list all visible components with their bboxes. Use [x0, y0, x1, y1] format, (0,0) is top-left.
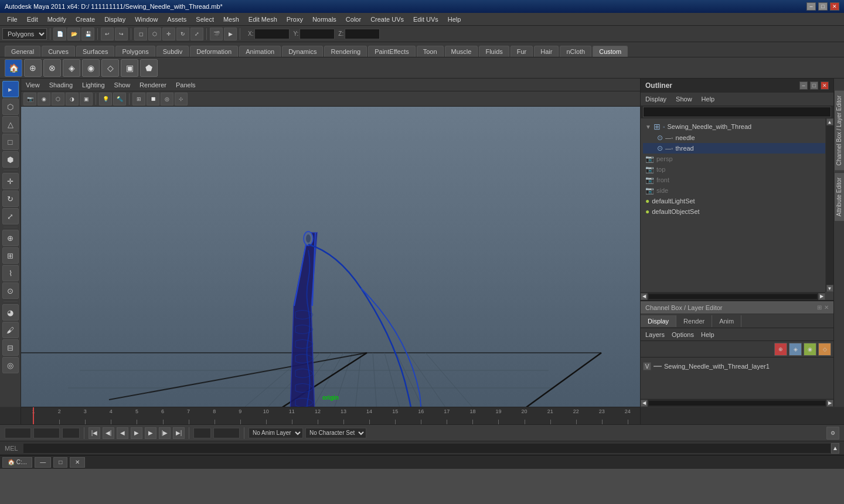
lighting-menu[interactable]: Lighting: [82, 81, 105, 88]
tree-item-objectset[interactable]: ● defaultObjectSet: [643, 206, 831, 217]
outliner-display-menu[interactable]: Display: [645, 96, 666, 103]
cb-options-menu[interactable]: Options: [672, 331, 694, 338]
menubar-item-help[interactable]: Help: [443, 15, 466, 24]
cb-icon-1[interactable]: ⊕: [774, 343, 787, 356]
shelf-tab-fur[interactable]: Fur: [511, 46, 533, 57]
max-frame-field[interactable]: 48.00: [213, 428, 240, 438]
prev-key-btn[interactable]: ◀|: [103, 427, 114, 439]
taskbar-min-btn[interactable]: —: [35, 457, 51, 468]
select-tool[interactable]: ◻: [134, 28, 147, 40]
uvmode-button[interactable]: ⬢: [2, 151, 19, 168]
menubar-item-window[interactable]: Window: [130, 15, 162, 24]
layer-visibility[interactable]: V: [643, 362, 651, 370]
cb-icon-2[interactable]: ◈: [789, 343, 802, 356]
minimize-button[interactable]: –: [806, 2, 816, 11]
ipr-render-button[interactable]: ▶: [224, 28, 237, 40]
shelf-tab-custom[interactable]: Custom: [593, 46, 628, 57]
range-end-field[interactable]: 24: [193, 428, 211, 438]
vp-smooth-btn[interactable]: ◑: [66, 93, 79, 105]
current-frame-field[interactable]: 1.00: [5, 428, 31, 438]
tree-item-root[interactable]: ▼ ⊞ ◦ Sewing_Needle_with_Thread: [643, 121, 831, 132]
shelf-tab-painteffects[interactable]: PaintEffects: [368, 46, 416, 57]
outliner-vscroll[interactable]: ▲ ▼: [825, 118, 833, 292]
shelf-tool-5[interactable]: ◇: [101, 59, 119, 77]
shading-menu[interactable]: Shading: [49, 81, 73, 88]
vertex-mode-button[interactable]: ⬡: [2, 98, 19, 115]
shelf-tab-curves[interactable]: Curves: [42, 46, 75, 57]
menubar-item-edit[interactable]: Edit: [22, 15, 43, 24]
menubar-item-edit-mesh[interactable]: Edit Mesh: [244, 15, 282, 24]
move-tool[interactable]: ✛: [162, 28, 175, 40]
cb-scroll-right[interactable]: ▶: [826, 400, 833, 407]
playhead[interactable]: [33, 407, 34, 424]
tree-item-lightset[interactable]: ● defaultLightSet: [643, 196, 831, 206]
render-view-button[interactable]: 🎬: [210, 28, 223, 40]
shelf-tab-subdiv[interactable]: Subdiv: [156, 46, 189, 57]
anim-layer-select[interactable]: No Anim Layer: [249, 428, 303, 438]
cb-close-btn[interactable]: ✕: [824, 304, 829, 311]
select-mode-button[interactable]: ▸: [2, 81, 19, 97]
menubar-item-mesh[interactable]: Mesh: [219, 15, 244, 24]
attribute-editor-tab[interactable]: Attribute Editor: [834, 172, 845, 222]
mel-input[interactable]: [23, 443, 831, 454]
taskbar-home-btn[interactable]: 🏠 C:...: [2, 457, 32, 468]
layer-name[interactable]: Sewing_Needle_with_Thread_layer1: [664, 363, 770, 370]
cb-icon-4[interactable]: ◇: [818, 343, 831, 356]
shelf-tab-hair[interactable]: Hair: [534, 46, 559, 57]
rotate-tool-left[interactable]: ↻: [2, 190, 19, 207]
shelf-tool-4[interactable]: ◉: [82, 59, 100, 77]
redo-button[interactable]: ↪: [115, 28, 128, 40]
camera-fit-button[interactable]: ⊟: [2, 339, 19, 356]
shelf-tab-animation[interactable]: Animation: [239, 46, 281, 57]
outliner-help-menu[interactable]: Help: [702, 96, 715, 103]
shelf-tab-surfaces[interactable]: Surfaces: [76, 46, 114, 57]
cb-tab-display[interactable]: Display: [641, 315, 676, 327]
menubar-item-edit-uvs[interactable]: Edit UVs: [409, 15, 443, 24]
vp-wireframe-btn[interactable]: ⬡: [52, 93, 64, 105]
snap-curve-button[interactable]: ⌇: [2, 265, 19, 281]
move-tool-left[interactable]: ✛: [2, 173, 19, 189]
timeline[interactable]: 123456789101112131415161718192021222324: [21, 407, 640, 424]
close-button[interactable]: ✕: [830, 2, 839, 11]
show-manip-button[interactable]: ⊕: [2, 230, 19, 246]
scroll-left-btn[interactable]: ◀: [641, 293, 648, 300]
mode-select[interactable]: Polygons: [2, 28, 47, 40]
tree-item-top[interactable]: 📷 top: [643, 164, 831, 175]
menubar-item-proxy[interactable]: Proxy: [282, 15, 308, 24]
save-file-button[interactable]: 💾: [81, 28, 94, 40]
scroll-right-btn[interactable]: ▶: [818, 293, 825, 300]
cb-float-btn[interactable]: ⊞: [817, 304, 822, 311]
next-key-btn[interactable]: |▶: [159, 427, 171, 439]
taskbar-restore-btn[interactable]: □: [53, 457, 67, 468]
vp-display-btn[interactable]: ◉: [38, 93, 50, 105]
shelf-tool-2[interactable]: ⊗: [43, 59, 61, 77]
show-menu[interactable]: Show: [114, 81, 131, 88]
shelf-home-icon[interactable]: 🏠: [5, 59, 22, 77]
paint-weights-button[interactable]: 🖌: [2, 322, 19, 338]
menubar-item-create-uvs[interactable]: Create UVs: [366, 15, 409, 24]
vp-light-btn[interactable]: 💡: [99, 93, 112, 105]
tree-item-thread[interactable]: ⊙ —◦ thread: [643, 143, 831, 154]
menubar-item-normals[interactable]: Normals: [308, 15, 341, 24]
menubar-item-create[interactable]: Create: [71, 15, 100, 24]
playback-settings-btn[interactable]: ⚙: [826, 427, 839, 440]
rotate-tool[interactable]: ↻: [176, 28, 189, 40]
mel-scroll-btn[interactable]: ▲: [831, 443, 839, 454]
vp-shadow-btn[interactable]: 🔦: [113, 93, 126, 105]
tree-item-front[interactable]: 📷 front: [643, 175, 831, 185]
channel-box-tab[interactable]: Channel Box / Layer Editor: [834, 90, 845, 171]
shelf-tab-fluids[interactable]: Fluids: [479, 46, 509, 57]
menubar-item-color[interactable]: Color: [341, 15, 366, 24]
shelf-tab-muscle[interactable]: Muscle: [445, 46, 478, 57]
edge-mode-button[interactable]: △: [2, 116, 19, 132]
outliner-search-input[interactable]: [643, 107, 831, 117]
new-file-button[interactable]: 📄: [53, 28, 66, 40]
menubar-item-assets[interactable]: Assets: [162, 15, 191, 24]
cb-scroll-left[interactable]: ◀: [641, 400, 648, 407]
shelf-tab-deformation[interactable]: Deformation: [190, 46, 238, 57]
cb-help-menu[interactable]: Help: [701, 331, 714, 338]
cb-icon-3[interactable]: ◉: [804, 343, 816, 356]
open-file-button[interactable]: 📂: [67, 28, 80, 40]
undo-button[interactable]: ↩: [101, 28, 114, 40]
menubar-item-display[interactable]: Display: [100, 15, 130, 24]
